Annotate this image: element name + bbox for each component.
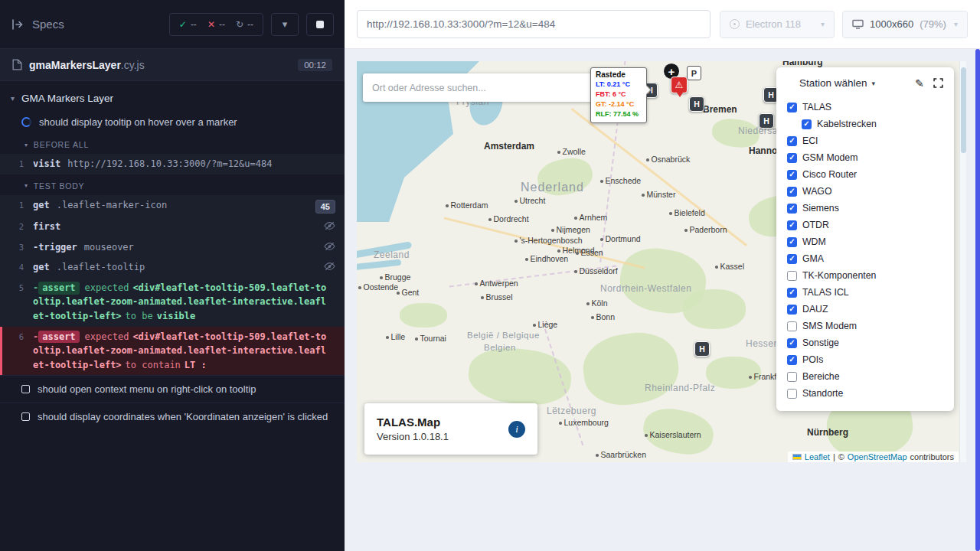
- layer-checkbox-row[interactable]: GSM Modem: [787, 149, 945, 166]
- checkbox[interactable]: [787, 220, 797, 230]
- checkbox[interactable]: [787, 338, 797, 348]
- browser-select[interactable]: Electron 118 ▾: [720, 11, 835, 38]
- checkbox[interactable]: [787, 271, 797, 281]
- command-row[interactable]: 6 -assertexpected<div#leaflet-tooltip-50…: [0, 327, 345, 376]
- map-place-label: België / Belgique: [467, 331, 540, 340]
- layer-checkbox-row[interactable]: Siemens: [787, 200, 945, 217]
- active-test-row[interactable]: should display tooltip on hover over a m…: [0, 111, 345, 133]
- chevron-down-icon: ▾: [24, 182, 28, 189]
- command-row[interactable]: 4 get.leaflet-tooltip: [0, 257, 345, 278]
- url-input[interactable]: [357, 10, 710, 38]
- stop-tests-button[interactable]: [306, 13, 334, 36]
- before-all-header[interactable]: ▾ BEFORE ALL: [0, 133, 345, 154]
- map-marker[interactable]: H: [694, 341, 710, 357]
- forest-area: [400, 303, 447, 328]
- checkbox[interactable]: [787, 389, 797, 399]
- layer-label: POIs: [802, 354, 823, 365]
- not-run-icon: [21, 385, 30, 393]
- layer-checkbox-row[interactable]: SMS Modem: [787, 318, 945, 334]
- layer-checkbox-row[interactable]: WAGO: [787, 183, 945, 200]
- viewport-select[interactable]: 1000x660 (79%) ▾: [842, 11, 968, 38]
- command-row[interactable]: 5 -assertexpected<div#leaflet-tooltip-50…: [0, 278, 345, 327]
- command-message: http://192.168.10.33:3000/?m=12&u=484: [67, 158, 272, 169]
- forest-area: [534, 154, 596, 200]
- leaflet-map[interactable]: Hamburg Groningen Leeuwarden Fryslân Bre…: [357, 61, 966, 462]
- search-input[interactable]: [363, 83, 593, 93]
- checkbox[interactable]: [787, 355, 797, 365]
- specs-title: Specs: [32, 18, 64, 31]
- autoscroll-toggle-button[interactable]: ▾: [271, 13, 299, 36]
- zeeland-inlet: [357, 241, 412, 258]
- map-scrollbar[interactable]: [959, 61, 966, 462]
- layer-checkbox-row[interactable]: Sonstige: [787, 334, 945, 351]
- map-place-label: Saarbrücken: [596, 450, 646, 459]
- command-row[interactable]: 2 first: [0, 217, 345, 237]
- layer-checkbox-row[interactable]: TALAS: [787, 99, 945, 116]
- checkbox[interactable]: [787, 204, 797, 214]
- command-row[interactable]: 3 -triggermouseover: [0, 237, 345, 258]
- layer-checkbox-row[interactable]: Kabelstrecken: [802, 116, 945, 132]
- leaflet-link[interactable]: Leaflet: [805, 452, 830, 461]
- marker-tooltip[interactable]: Rastede LT: 0.21 °C FBT: 6 °C GT: -2.14 …: [590, 67, 647, 123]
- command-row[interactable]: 1 get.leaflet-marker-icon 45: [0, 195, 345, 217]
- layer-checkbox-row[interactable]: ECI: [787, 132, 945, 149]
- layer-checkbox-row[interactable]: DAUZ: [787, 301, 945, 318]
- map-place-label: Enschede: [600, 176, 641, 185]
- layer-checkbox-row[interactable]: TK-Komponenten: [787, 267, 945, 284]
- map-place-label: Münster: [642, 190, 675, 199]
- layer-checkbox-row[interactable]: TALAS ICL: [787, 284, 945, 301]
- layer-checkbox-row[interactable]: OTDR: [787, 217, 945, 233]
- layer-label: DAUZ: [802, 304, 828, 315]
- station-select[interactable]: Station wählen: [799, 77, 867, 89]
- suite-row[interactable]: ▾ GMA Markers Layer: [0, 84, 345, 111]
- layer-label: GSM Modem: [802, 152, 858, 163]
- country-border: [449, 266, 617, 288]
- map-place-label: Kassel: [715, 262, 744, 271]
- pending-test-row[interactable]: should display coordinates when 'Koordin…: [0, 403, 345, 430]
- layer-checkbox-row[interactable]: WDM: [787, 233, 945, 250]
- checkbox[interactable]: [787, 103, 797, 112]
- spec-bar[interactable]: gmaMarkersLayer.cy.js 00:12: [0, 49, 345, 81]
- app-version: Version 1.0.18.1: [377, 431, 508, 442]
- checkbox[interactable]: [787, 372, 797, 382]
- checkbox[interactable]: [787, 237, 797, 247]
- layer-checkbox-row[interactable]: POIs: [787, 351, 945, 368]
- osm-link[interactable]: OpenStreetMap: [848, 452, 907, 461]
- page-scrollbar[interactable]: [975, 49, 980, 551]
- checkbox[interactable]: [787, 288, 797, 298]
- stat-passed: ✓--: [179, 19, 197, 30]
- layer-checkbox-row[interactable]: Standorte: [787, 385, 945, 402]
- checkbox[interactable]: [787, 136, 797, 146]
- before-all-commands: 1 visithttp://192.168.10.33:3000/?m=12&u…: [0, 154, 345, 174]
- collapse-specs-icon[interactable]: [11, 18, 24, 31]
- expand-icon[interactable]: [933, 78, 943, 88]
- layer-checkbox-row[interactable]: GMA: [787, 250, 945, 267]
- command-row[interactable]: 1 visithttp://192.168.10.33:3000/?m=12&u…: [0, 154, 345, 174]
- map-marker[interactable]: H: [689, 96, 704, 112]
- map-place-label: Gent: [397, 288, 419, 297]
- map-place-label: Hessen: [746, 338, 779, 349]
- app-name: TALAS.Map: [377, 416, 508, 429]
- checkbox[interactable]: [787, 321, 797, 331]
- layer-checkbox-row[interactable]: Cisco Router: [787, 166, 945, 183]
- checkbox[interactable]: [787, 170, 797, 180]
- ukraine-flag-icon: [792, 454, 802, 460]
- edit-pencil-icon[interactable]: ✎: [915, 78, 924, 89]
- failed-icon: ✕: [207, 19, 215, 30]
- map-marker[interactable]: ⚠: [671, 77, 688, 93]
- layer-label: TK-Komponenten: [802, 270, 876, 281]
- pending-test-row[interactable]: should open context menu on right-click …: [0, 375, 345, 403]
- map-scrollbar-thumb[interactable]: [961, 67, 966, 153]
- checkbox[interactable]: [802, 119, 812, 129]
- checkbox[interactable]: [787, 254, 797, 264]
- test-body-commands: 1 get.leaflet-marker-icon 45 2 first: [0, 195, 345, 376]
- test-title: should display coordinates when 'Koordin…: [38, 411, 328, 422]
- test-body-header[interactable]: ▾ TEST BODY: [0, 174, 345, 195]
- checkbox[interactable]: [787, 153, 797, 163]
- map-marker[interactable]: P: [687, 66, 701, 80]
- info-icon[interactable]: i: [508, 421, 525, 438]
- checkbox[interactable]: [787, 305, 797, 315]
- map-marker[interactable]: H: [759, 113, 774, 129]
- layer-checkbox-row[interactable]: Bereiche: [787, 368, 945, 385]
- checkbox[interactable]: [787, 187, 797, 197]
